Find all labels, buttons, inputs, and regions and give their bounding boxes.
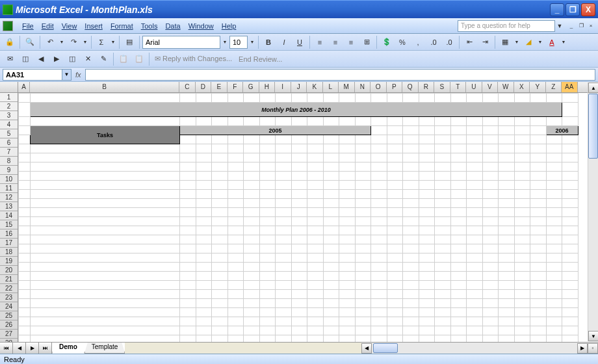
column-header-O[interactable]: O (370, 82, 387, 92)
scroll-right-icon[interactable]: ▶ (577, 343, 588, 354)
workbook-restore[interactable]: ❐ (577, 22, 586, 30)
scroll-down-icon[interactable]: ▼ (588, 331, 598, 341)
fontcolor-dropdown[interactable]: ▼ (560, 40, 567, 44)
delete-comment-icon[interactable]: ✕ (81, 52, 95, 66)
column-header-F[interactable]: F (228, 82, 244, 92)
row-header-24[interactable]: 24 (0, 302, 18, 311)
column-header-E[interactable]: E (211, 82, 228, 92)
row-header-25[interactable]: 25 (0, 311, 18, 320)
row-header-9[interactable]: 9 (0, 166, 18, 175)
namebox-dropdown[interactable]: ▼ (62, 69, 72, 81)
permission-icon[interactable]: 🔒 (3, 35, 17, 49)
help-dropdown[interactable]: ▼ (556, 20, 563, 32)
percent-icon[interactable]: % (395, 35, 410, 49)
menu-window[interactable]: Window (185, 21, 218, 31)
row-header-2[interactable]: 2 (0, 102, 18, 111)
show-comment-icon[interactable]: ◫ (18, 52, 32, 66)
show-all-icon[interactable]: ◫ (65, 52, 79, 66)
row-header-18[interactable]: 18 (0, 248, 18, 257)
increase-indent-icon[interactable]: ⇥ (478, 35, 492, 49)
row-header-5[interactable]: 5 (0, 129, 18, 138)
next-sheet-icon[interactable]: ▶ (26, 343, 39, 354)
column-header-K[interactable]: K (307, 82, 323, 92)
scroll-up-icon[interactable]: ▲ (588, 83, 598, 93)
row-header-12[interactable]: 12 (0, 193, 18, 202)
borders-dropdown[interactable]: ▼ (514, 40, 520, 44)
font-name-select[interactable]: Arial (142, 36, 220, 49)
column-header-G[interactable]: G (243, 82, 259, 92)
decrease-indent-icon[interactable]: ⇤ (462, 35, 476, 49)
row-header-23[interactable]: 23 (0, 293, 18, 302)
name-box[interactable]: AA31 (3, 69, 62, 81)
column-header-AA[interactable]: AA (562, 82, 578, 92)
autosum-dropdown[interactable]: ▼ (110, 40, 116, 44)
font-size-dropdown[interactable]: ▼ (249, 40, 255, 44)
menu-tools[interactable]: Tools (137, 21, 162, 31)
redo-dropdown[interactable]: ▼ (82, 40, 88, 44)
undo-dropdown[interactable]: ▼ (58, 40, 65, 44)
row-header-3[interactable]: 3 (0, 111, 18, 120)
font-size-select[interactable]: 10 (229, 36, 248, 49)
vertical-scrollbar[interactable]: ▲ ▼ (588, 83, 598, 341)
row-header-4[interactable]: 4 (0, 120, 18, 129)
merge-center-icon[interactable]: ⊞ (359, 35, 374, 49)
decrease-decimal-icon[interactable]: .0 (442, 35, 456, 49)
prev-comment-icon[interactable]: ◀ (34, 52, 48, 66)
column-header-M[interactable]: M (339, 82, 355, 92)
menu-file[interactable]: File (18, 21, 38, 31)
row-header-8[interactable]: 8 (0, 157, 18, 166)
row-header-26[interactable]: 26 (0, 320, 18, 330)
row-header-10[interactable]: 10 (0, 175, 18, 184)
row-header-17[interactable]: 17 (0, 239, 18, 248)
row-header-16[interactable]: 16 (0, 229, 18, 239)
italic-button[interactable]: I (277, 35, 291, 49)
column-header-U[interactable]: U (466, 82, 482, 92)
vscroll-thumb[interactable] (588, 94, 598, 159)
align-left-icon[interactable]: ≡ (313, 35, 327, 49)
row-header-28[interactable]: 28 (0, 339, 18, 342)
toolbar-options-icon[interactable]: ▤ (122, 35, 136, 49)
increase-decimal-icon[interactable]: .0 (426, 35, 441, 49)
workbook-close[interactable]: × (586, 22, 595, 30)
row-header-15[interactable]: 15 (0, 220, 18, 229)
hscroll-thumb[interactable] (373, 343, 398, 353)
column-header-W[interactable]: W (498, 82, 514, 92)
row-header-6[interactable]: 6 (0, 138, 18, 148)
spreadsheet-grid[interactable]: ABCDEFGHIJKLMNOPQRSTUVWXYZAA 12345678910… (0, 82, 598, 342)
column-header-B[interactable]: B (30, 82, 179, 92)
menu-help[interactable]: Help (218, 21, 240, 31)
close-button[interactable]: X (581, 3, 595, 16)
row-header-22[interactable]: 22 (0, 284, 18, 293)
column-header-P[interactable]: P (387, 82, 403, 92)
row-header-20[interactable]: 20 (0, 266, 18, 275)
column-header-C[interactable]: C (179, 82, 196, 92)
column-header-D[interactable]: D (196, 82, 212, 92)
undo-icon[interactable]: ↶ (43, 35, 57, 49)
hscroll-split-icon[interactable]: ▫ (588, 343, 598, 354)
column-header-I[interactable]: I (275, 82, 291, 92)
font-name-dropdown[interactable]: ▼ (222, 40, 228, 44)
row-header-19[interactable]: 19 (0, 257, 18, 266)
column-header-Y[interactable]: Y (530, 82, 546, 92)
fx-icon[interactable]: fx (75, 71, 81, 79)
column-header-J[interactable]: J (291, 82, 307, 92)
menu-edit[interactable]: Edit (38, 21, 58, 31)
send-review-icon[interactable]: 📋 (132, 52, 146, 66)
next-comment-icon[interactable]: ▶ (49, 52, 64, 66)
document-icon[interactable] (3, 21, 13, 31)
column-header-L[interactable]: L (323, 82, 339, 92)
column-header-Z[interactable]: Z (546, 82, 562, 92)
formula-input[interactable] (85, 69, 595, 81)
column-header-H[interactable]: H (259, 82, 276, 92)
bold-button[interactable]: B (261, 35, 276, 49)
borders-icon[interactable]: ▦ (498, 35, 512, 49)
column-header-V[interactable]: V (482, 82, 499, 92)
row-header-27[interactable]: 27 (0, 330, 18, 339)
sheet-tab-template[interactable]: Template (84, 343, 125, 354)
column-header-R[interactable]: R (419, 82, 435, 92)
maximize-button[interactable]: ❐ (566, 3, 580, 16)
row-header-21[interactable]: 21 (0, 275, 18, 284)
workbook-minimize[interactable]: _ (567, 22, 576, 30)
menu-insert[interactable]: Insert (81, 21, 107, 31)
column-header-N[interactable]: N (355, 82, 371, 92)
